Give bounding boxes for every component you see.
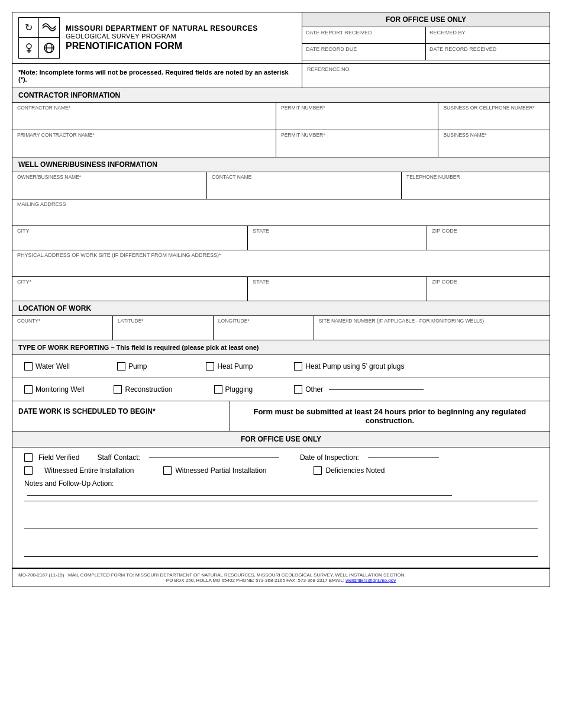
other-checkbox-item: Other — [294, 385, 424, 394]
form-title: PRENOTIFICATION FORM — [66, 41, 258, 51]
other-line — [329, 389, 424, 390]
logo-tr-icon — [39, 18, 59, 37]
staff-contact-label: Staff Contact: — [97, 453, 140, 462]
office-only-bar: FOR OFFICE USE ONLY — [12, 431, 550, 447]
city2-cell: CITY* — [12, 277, 248, 301]
heat-pump-grout-label: Heat Pump using 5’ grout plugs — [305, 362, 404, 371]
business-name-cell: BUSINESS NAME* — [438, 130, 550, 157]
owner-section-header: WELL OWNER/BUSINESS INFORMATION — [12, 157, 550, 172]
logo-box: ↻ — [18, 17, 60, 59]
contractor-name-cell: CONTRACTOR NAME* — [12, 103, 276, 130]
water-well-checkbox-item: Water Well — [24, 362, 70, 371]
field-verified-label: Field Verified — [38, 453, 79, 462]
city-cell: CITY — [12, 226, 248, 250]
witnessed-entire-checkbox[interactable] — [24, 466, 33, 475]
physical-address-cell: PHYSICAL ADDRESS OF WORK SITE (IF DIFFER… — [12, 250, 550, 277]
dept-name: MISSOURI DEPARTMENT OF NATURAL RESOURCES — [66, 24, 258, 33]
monitoring-well-checkbox-item: Monitoring Well — [24, 385, 84, 394]
notes-line-3 — [24, 556, 538, 557]
logo-br-icon — [39, 38, 59, 58]
date-report-received-cell: DATE REPORT RECEIVED — [302, 27, 426, 44]
deficiencies-label: Deficiencies Noted — [325, 466, 385, 475]
notice-text: Form must be submitted at least 24 hours… — [236, 407, 544, 425]
contact-name-cell: CONTACT NAME — [207, 172, 402, 199]
date-inspection-label: Date of Inspection: — [300, 453, 359, 462]
date-record-received-cell: DATE RECORD RECEIVED — [426, 44, 550, 60]
heat-pump-checkbox-item: Heat Pump — [206, 362, 253, 371]
deficiencies-checkbox[interactable] — [314, 466, 322, 475]
monitoring-well-label: Monitoring Well — [35, 385, 84, 394]
pump-label: Pump — [128, 362, 147, 371]
heat-pump-grout-checkbox[interactable] — [294, 362, 302, 371]
primary-contractor-cell: PRIMARY CONTRACTOR NAME* — [12, 130, 276, 157]
permit-number2-cell: PERMIT NUMBER* — [276, 130, 438, 157]
pump-checkbox-item: Pump — [117, 362, 147, 371]
date-work-label: DATE WORK IS SCHEDULED TO BEGIN* — [18, 407, 156, 415]
zip2-cell: ZIP CODE — [427, 277, 550, 301]
mailing-address-cell: MAILING ADDRESS — [12, 199, 550, 226]
state2-cell: STATE — [248, 277, 427, 301]
owner-name-cell: OWNER/BUSINESS NAME* — [12, 172, 207, 199]
witnessed-partial-label: Witnessed Partial Installation — [175, 466, 266, 475]
type-of-work-header: TYPE OF WORK REPORTING – This field is r… — [12, 340, 550, 355]
date-record-due-cell: DATE RECORD DUE — [302, 44, 426, 60]
logo-bl-icon — [19, 38, 39, 58]
pump-checkbox[interactable] — [117, 362, 125, 371]
county-cell: COUNTY* — [12, 316, 113, 340]
notes-label: Notes and Follow-Up Action: — [24, 479, 114, 488]
form-number: MO-780-2167 (11-19) — [18, 572, 64, 578]
notes-line-1 — [24, 501, 538, 501]
reconstruction-label: Reconstruction — [125, 385, 172, 394]
other-label: Other — [305, 385, 323, 394]
permit-number-cell: PERMIT NUMBER* — [276, 103, 438, 130]
state-cell: STATE — [248, 226, 427, 250]
latitude-cell: LATITUDE* — [113, 316, 214, 340]
field-verified-checkbox[interactable] — [24, 453, 33, 462]
heat-pump-checkbox[interactable] — [206, 362, 214, 371]
business-cellphone-cell: BUSINESS OR CELLPHONE NUMBER* — [438, 103, 550, 130]
reference-no-cell: REFERENCE NO — [302, 64, 550, 88]
water-well-checkbox[interactable] — [24, 362, 33, 371]
zip-cell: ZIP CODE — [427, 226, 550, 250]
notes-follow-up-line — [27, 495, 452, 496]
plugging-label: Plugging — [225, 385, 253, 394]
contractor-section-header: CONTRACTOR INFORMATION — [12, 88, 550, 103]
note-text: *Note: Incomplete forms will not be proc… — [12, 64, 302, 88]
staff-contact-line — [149, 458, 279, 458]
logo-tl-icon: ↻ — [19, 18, 39, 37]
longitude-cell: LONGITUDE* — [214, 316, 314, 340]
program-name: GEOLOGICAL SURVEY PROGRAM — [66, 33, 258, 40]
telephone-cell: TELEPHONE NUMBER — [402, 172, 550, 199]
footer-email[interactable]: welldrillers@dnr.mo.gov — [345, 578, 396, 583]
heat-pump-grout-checkbox-item: Heat Pump using 5’ grout plugs — [294, 362, 404, 371]
reconstruction-checkbox[interactable] — [114, 385, 122, 394]
other-checkbox[interactable] — [294, 385, 302, 394]
location-section-header: LOCATION OF WORK — [12, 301, 550, 316]
mail-text: MAIL COMPLETED FORM TO: MISSOURI DEPARTM… — [68, 572, 406, 578]
plugging-checkbox-item: Plugging — [214, 385, 253, 394]
reconstruction-checkbox-item: Reconstruction — [114, 385, 172, 394]
plugging-checkbox[interactable] — [214, 385, 222, 394]
office-use-title: FOR OFFICE USE ONLY — [302, 12, 550, 27]
witnessed-entire-label: Witnessed Entire Installation — [44, 466, 134, 475]
date-inspection-line — [368, 458, 439, 458]
water-well-label: Water Well — [35, 362, 70, 371]
svg-point-0 — [27, 44, 31, 49]
address-text: PO BOX 250, ROLLA MO 65402 PHONE: 573-36… — [166, 578, 344, 583]
notes-line-2 — [24, 529, 538, 529]
site-name-cell: SITE NAME/ID NUMBER (IF APPLICABLE - FOR… — [314, 316, 550, 340]
heat-pump-label: Heat Pump — [217, 362, 253, 371]
monitoring-well-checkbox[interactable] — [24, 385, 33, 394]
received-by-cell: RECEIVED BY — [426, 27, 550, 44]
witnessed-partial-checkbox[interactable] — [163, 466, 172, 475]
